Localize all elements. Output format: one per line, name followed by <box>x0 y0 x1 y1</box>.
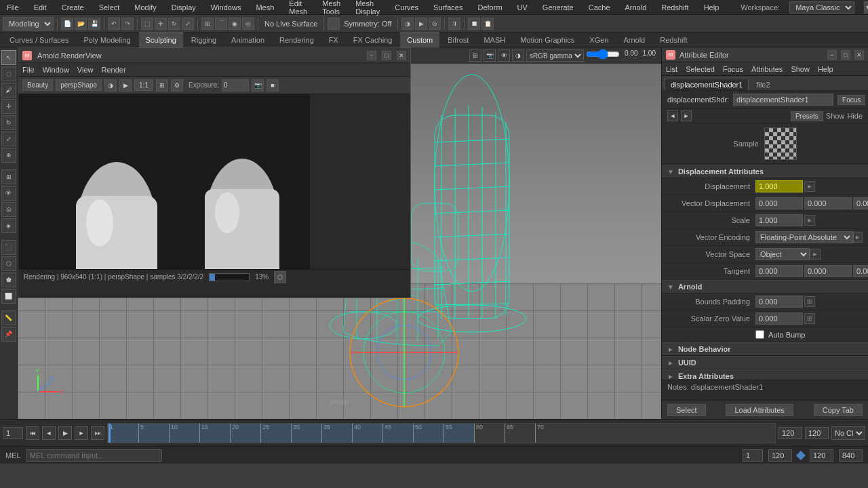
ae-menu-selected[interactable]: Selected <box>686 65 715 73</box>
ae-section-node-behavior[interactable]: ► Node Behavior <box>662 342 868 356</box>
ae-vector-space-link-btn[interactable]: ► <box>810 249 821 260</box>
tab-mash[interactable]: MASH <box>477 33 512 47</box>
ae-scalar-zero-link-btn[interactable]: ⊞ <box>804 313 815 324</box>
tab-poly-modeling[interactable]: Poly Modeling <box>77 33 137 47</box>
rv-maximize-btn[interactable]: □ <box>382 51 391 60</box>
rv-camera-label[interactable]: perspShape <box>56 79 102 91</box>
show-btn[interactable]: ◎ <box>1 202 16 217</box>
timeline-frame-input[interactable] <box>3 427 23 439</box>
scene-icon[interactable]: 🔲 <box>468 18 480 30</box>
tab-animation[interactable]: Animation <box>224 33 271 47</box>
snap-to-grid-btn[interactable]: ⊞ <box>1 169 16 184</box>
new-scene-icon[interactable]: 📄 <box>61 18 73 30</box>
menu-redshift[interactable]: Redshift <box>658 2 691 13</box>
open-icon[interactable]: 📂 <box>75 18 87 30</box>
menu-edit[interactable]: Edit <box>31 2 50 13</box>
rv-stop-btn[interactable]: ■ <box>267 79 279 92</box>
timeline-next-btn[interactable]: ► <box>75 426 88 440</box>
timeline-play-btn[interactable]: ▶ <box>58 426 72 440</box>
rv-close-btn[interactable]: ✕ <box>397 51 406 60</box>
ae-auto-bump-checkbox[interactable] <box>755 330 764 339</box>
menu-deform[interactable]: Deform <box>475 2 505 13</box>
ae-tangent-x-input[interactable] <box>755 265 803 277</box>
snap-view-icon[interactable]: ◎ <box>242 18 254 30</box>
menu-modify[interactable]: Modify <box>132 2 159 13</box>
outliner-icon[interactable]: 📋 <box>481 18 494 30</box>
ae-tab-displacement-shader[interactable]: displacementShader1 <box>665 79 749 90</box>
ae-content[interactable]: ▼ Displacement Attributes Displacement ►… <box>662 165 868 380</box>
symmetry-icon[interactable] <box>328 18 340 30</box>
ae-bounds-padding-link-btn[interactable]: ⊞ <box>804 296 815 307</box>
snap-grid-icon[interactable]: ⊞ <box>201 18 214 30</box>
viewport-show-icon[interactable]: 👁 <box>498 49 510 62</box>
bevel-btn[interactable]: ⬡ <box>1 256 16 271</box>
ae-menu-help[interactable]: Help <box>818 65 833 73</box>
timeline-options-select[interactable]: No Cl <box>831 426 865 440</box>
tab-bifrost[interactable]: Bifrost <box>441 33 475 47</box>
command-line-input[interactable] <box>26 449 162 462</box>
timeline-skip-start-btn[interactable]: ⏮ <box>26 426 39 440</box>
render-status-expand-btn[interactable]: ⬡ <box>274 271 286 283</box>
rv-render-btn[interactable]: ◑ <box>104 79 117 92</box>
menu-create[interactable]: Create <box>59 2 87 13</box>
tab-custom[interactable]: Custom <box>400 33 439 47</box>
render-icon[interactable]: ▶ <box>415 18 427 30</box>
menu-surfaces[interactable]: Surfaces <box>431 2 465 13</box>
ae-scalar-zero-input[interactable] <box>755 312 803 325</box>
bottom-frame-end-input[interactable] <box>768 449 792 462</box>
ae-copy-tab-btn[interactable]: Copy Tab <box>814 404 863 416</box>
ae-vector-z-input[interactable] <box>853 197 868 209</box>
menu-generate[interactable]: Generate <box>540 2 576 13</box>
menu-file[interactable]: File <box>4 2 22 13</box>
snap-curve-icon[interactable]: ⌒ <box>215 18 227 30</box>
ae-section-displacement[interactable]: ▼ Displacement Attributes <box>662 165 868 178</box>
viewport-render-icon[interactable]: ◑ <box>512 49 524 62</box>
ae-bounds-padding-input[interactable] <box>755 296 803 308</box>
tab-xgen[interactable]: XGen <box>583 33 615 47</box>
timeline-skip-end-btn[interactable]: ⏭ <box>91 426 104 440</box>
ae-displacement-link-btn[interactable]: ► <box>804 181 815 192</box>
universal-tool-btn[interactable]: ⊕ <box>1 148 16 163</box>
viewport-area[interactable]: Smooth Shading All persp Default Lightin… <box>18 47 661 419</box>
render-settings-icon[interactable]: ◑ <box>401 18 414 30</box>
undo-icon[interactable]: ↶ <box>108 18 120 30</box>
ae-tangent-z-input[interactable] <box>853 265 868 277</box>
ae-minimize-btn[interactable]: − <box>827 50 837 60</box>
menu-display[interactable]: Display <box>169 2 199 13</box>
ae-section-uuid[interactable]: ► UUID <box>662 356 868 369</box>
measure-btn[interactable]: 📏 <box>1 310 16 325</box>
paint-tool-btn[interactable]: 🖌 <box>1 83 16 98</box>
snap-point-icon[interactable]: ◉ <box>229 18 241 30</box>
timeline-ruler[interactable]: 1 5 10 15 20 25 30 35 40 45 50 55 60 65 … <box>107 423 776 443</box>
rotate-icon[interactable]: ↻ <box>168 18 180 30</box>
viewport-grid-icon[interactable]: ⊞ <box>469 49 481 62</box>
ae-close-btn[interactable]: ✕ <box>854 50 864 60</box>
ae-load-attrs-btn[interactable]: Load Attributes <box>726 404 793 416</box>
lasso-tool-btn[interactable]: ◌ <box>1 66 16 81</box>
ae-menu-list[interactable]: List <box>666 65 677 73</box>
mode-select[interactable]: Modeling <box>3 17 54 30</box>
timeline-prev-btn[interactable]: ◄ <box>42 426 56 440</box>
select-tool-btn[interactable]: ↖ <box>1 50 16 65</box>
menu-mesh-display[interactable]: Mesh Display <box>353 0 382 17</box>
ae-menu-focus[interactable]: Focus <box>723 65 743 73</box>
rv-fit-btn[interactable]: ⊞ <box>156 79 168 92</box>
tab-fx[interactable]: FX <box>322 33 345 47</box>
redo-icon[interactable]: ↷ <box>121 18 134 30</box>
workspace-select[interactable]: Maya Classic <box>789 1 854 14</box>
rv-menu-render[interactable]: Render <box>102 66 126 74</box>
tab-arnold[interactable]: Arnold <box>616 33 652 47</box>
ae-section-arnold[interactable]: ▼ Arnold <box>662 280 868 293</box>
rv-menu-view[interactable]: View <box>77 66 94 74</box>
ae-vector-encoding-link-btn[interactable]: ► <box>853 232 863 243</box>
ae-tangent-y-input[interactable] <box>804 265 852 277</box>
ae-focus-btn[interactable]: Focus <box>837 95 865 105</box>
ae-left-arrow-icon[interactable]: ◄ <box>667 110 678 121</box>
viewport-camera-icon[interactable]: 📷 <box>484 49 496 62</box>
ae-scale-input[interactable] <box>755 214 803 226</box>
rv-ipr-btn[interactable]: ▶ <box>119 79 132 92</box>
tab-motion-graphics[interactable]: Motion Graphics <box>513 33 581 47</box>
ae-vector-x-input[interactable] <box>755 197 803 209</box>
ae-right-arrow-icon[interactable]: ► <box>681 110 692 121</box>
fill-hole-btn[interactable]: ⬜ <box>1 289 16 304</box>
